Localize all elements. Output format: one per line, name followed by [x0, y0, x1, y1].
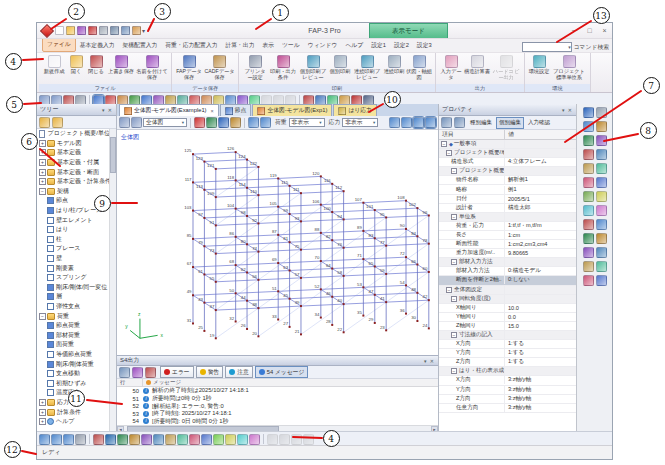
property-row[interactable]: 略称例1	[439, 185, 576, 194]
property-row[interactable]: 長さ1:cm	[439, 231, 576, 240]
tree-expander-icon[interactable]: +	[39, 409, 46, 416]
expand-all-icon[interactable]	[52, 117, 63, 128]
property-row[interactable]: −プロジェクト概要	[439, 167, 576, 176]
display-color-icon[interactable]	[194, 117, 205, 128]
property-row[interactable]: −はり・柱の表示成分	[439, 367, 576, 376]
tree-item[interactable]: +モデル図	[37, 139, 116, 149]
calc-report-button[interactable]: 構造計算書	[464, 54, 490, 83]
property-row[interactable]: Y方向3:z軸/y軸	[439, 386, 576, 395]
tree-expander-icon[interactable]: −	[39, 188, 46, 195]
tree-item[interactable]: 初期ひずみ	[37, 378, 116, 388]
tree-item[interactable]: 面荷重	[37, 340, 116, 350]
rotate-right-b-icon[interactable]	[105, 434, 116, 445]
plan-elevation-button[interactable]: 伏図・軸組図	[406, 54, 432, 83]
display-mode-tab[interactable]: 表示モード	[369, 23, 448, 38]
layer-checkbox-icon[interactable]	[47, 284, 54, 291]
tree-item[interactable]: 壁エレメント	[37, 215, 116, 225]
zoom-out-b-icon[interactable]	[51, 434, 62, 445]
ribbon-tab-架構配置入力[interactable]: 架構配置入力	[119, 39, 162, 52]
select-cursor-icon[interactable]	[583, 107, 594, 118]
property-row[interactable]: 設計者構造太郎	[439, 204, 576, 213]
layer-checkbox-icon[interactable]	[47, 361, 54, 368]
view-bottom-icon[interactable]	[596, 219, 607, 230]
document-tab[interactable]: 全体図-モデル図(Example1)×	[119, 104, 219, 116]
group-expander-icon[interactable]: −	[451, 332, 457, 338]
tree-expander-icon[interactable]: +	[39, 140, 46, 147]
property-row[interactable]: 構造形式4:立体フレーム	[439, 158, 576, 167]
zoom-fit-b-icon[interactable]	[75, 434, 86, 445]
property-row[interactable]: 日付2005/5/1	[439, 195, 576, 204]
snap-toggle-icon[interactable]	[413, 117, 424, 128]
layer-checkbox-icon[interactable]	[47, 217, 54, 224]
property-row[interactable]: −◆一般事項	[439, 140, 576, 149]
layer-checkbox-icon[interactable]	[47, 197, 54, 204]
tree-item[interactable]: +基本定義・付属	[37, 158, 116, 168]
property-row[interactable]: 任意方向3:z軸/y軸	[439, 404, 576, 413]
save-cadf-data-button[interactable]: CADFデータ保存	[204, 54, 235, 83]
property-row[interactable]: Z方向1:する	[439, 358, 576, 367]
ribbon-tab-設定2[interactable]: 設定2	[390, 39, 413, 52]
collapse-all-icon[interactable]	[39, 117, 50, 128]
tree-scrollbar[interactable]	[109, 129, 116, 432]
property-row[interactable]: X方向1:する	[439, 340, 576, 349]
redo-icon[interactable]	[99, 26, 108, 35]
tree-item[interactable]: 等価節点荷重	[37, 350, 116, 360]
single-print-button[interactable]: 個別印刷	[329, 54, 351, 83]
group-expander-icon[interactable]: −	[451, 368, 457, 374]
property-row[interactable]: 断面を伴断と2軸..0:しない	[439, 276, 576, 285]
tree-expander-icon[interactable]: +	[39, 169, 46, 176]
group-expander-icon[interactable]: −	[441, 141, 447, 147]
prev-view-icon[interactable]	[119, 117, 130, 128]
save-button[interactable]: 上書き保存	[107, 54, 135, 83]
property-row[interactable]: −寸法線の記入	[439, 331, 576, 340]
tree-item[interactable]: 剛床/剛体荷重	[37, 359, 116, 369]
tree-item[interactable]: +基本定義・計算条件	[37, 177, 116, 187]
msg-save-icon[interactable]	[132, 367, 143, 378]
tree-item[interactable]: 柱	[37, 235, 116, 245]
tree-item[interactable]: 剛床/剛体/同一変位	[37, 283, 116, 293]
prop-category-icon[interactable]	[454, 117, 465, 128]
member-query-icon[interactable]	[596, 261, 607, 272]
save-as-button[interactable]: 名前を付けて保存	[136, 54, 168, 83]
layer-checkbox-icon[interactable]	[47, 207, 54, 214]
undo-icon[interactable]	[88, 26, 97, 35]
load-display-toggle-icon[interactable]	[213, 434, 224, 445]
single-print-preview-button[interactable]: 個別印刷プレビュー	[298, 54, 328, 83]
zoom-window-b-icon[interactable]	[63, 434, 74, 445]
copy-icon[interactable]	[121, 26, 130, 35]
cut-icon[interactable]	[110, 26, 119, 35]
legend-load-icon[interactable]	[230, 117, 241, 128]
document-tab[interactable]: 節点	[220, 104, 252, 116]
tree-item[interactable]: スプリング	[37, 273, 116, 283]
group-expander-icon[interactable]: −	[451, 168, 457, 174]
node-query-icon[interactable]	[583, 261, 594, 272]
tree-item[interactable]: 剛要素	[37, 263, 116, 273]
layer-checkbox-icon[interactable]	[47, 322, 54, 329]
group-expander-icon[interactable]: −	[451, 296, 457, 302]
tree-item[interactable]: 壁	[37, 254, 116, 264]
tree-item[interactable]: 節点荷重	[37, 321, 116, 331]
rotate-z-icon[interactable]	[596, 177, 607, 188]
member-number-toggle-icon[interactable]	[201, 434, 212, 445]
document-tab[interactable]: はり応力	[333, 104, 376, 116]
tree-item[interactable]: 層	[37, 292, 116, 302]
layer-checkbox-icon[interactable]	[47, 226, 54, 233]
tree-expander-icon[interactable]: +	[39, 149, 46, 156]
rotate-y-icon[interactable]	[583, 177, 594, 188]
view-top-icon[interactable]	[583, 219, 594, 230]
app-logo-diamond-icon[interactable]	[41, 25, 52, 36]
group-expander-icon[interactable]: −	[451, 259, 457, 265]
property-row[interactable]: X軸回り10.0	[439, 304, 576, 313]
batch-print-button[interactable]: 連続印刷	[383, 54, 405, 83]
tree-item[interactable]: ブレース	[37, 244, 116, 254]
property-row[interactable]: 重力加速度(m/..9.80665	[439, 249, 576, 258]
box-select-icon[interactable]	[583, 121, 594, 132]
property-row[interactable]: Z軸回り15.0	[439, 322, 576, 331]
filter-notice-button[interactable]: 注意	[225, 366, 253, 378]
input-data-button[interactable]: 入力データ	[439, 54, 463, 83]
open-file-icon[interactable]	[66, 26, 75, 35]
chevron-down-icon[interactable]: ▾	[568, 44, 571, 50]
tree-item[interactable]: +基本定義	[37, 148, 116, 158]
zoom-window-icon[interactable]	[596, 149, 607, 160]
view-front-icon[interactable]	[583, 191, 594, 202]
